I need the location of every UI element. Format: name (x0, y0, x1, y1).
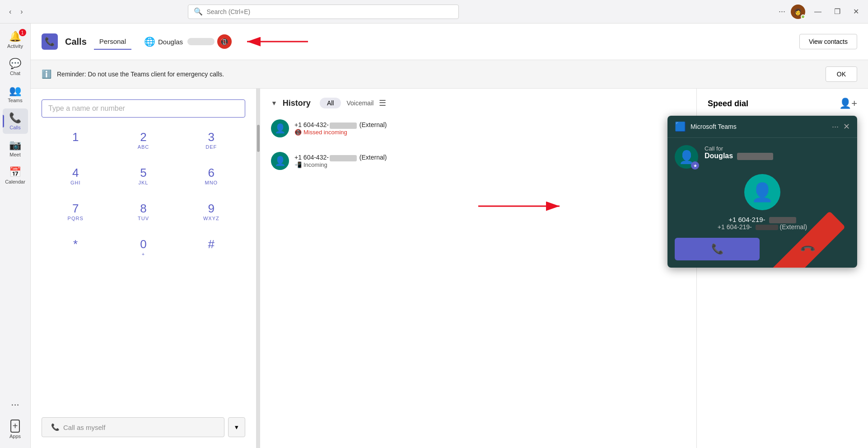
dial-key-star[interactable]: * (42, 234, 109, 260)
apps-icon: + (10, 420, 20, 433)
titlebar-nav: ‹ › (5, 6, 27, 18)
speed-dial-title: Speed dial (708, 99, 748, 108)
account-name: Douglas (158, 38, 183, 46)
call-item-2[interactable]: 👤 +1 604-432- (External) 📲 Incoming (271, 148, 686, 174)
dialpad-grid: 1 2 ABC 3 DEF 4 GHI (42, 127, 245, 260)
active-indicator (3, 115, 4, 127)
caller-avatar-2: 👤 (271, 152, 289, 170)
notification-popup: 🟦 Microsoft Teams ··· ✕ 👤 ★ Call f (667, 116, 857, 268)
globe-icon: 🌐 (144, 36, 155, 47)
speed-dial-header: Speed dial 👤+ (708, 98, 857, 109)
info-icon: ℹ️ (42, 69, 51, 79)
red-arrow-header (238, 33, 310, 51)
user-avatar[interactable]: 👩 (791, 5, 805, 19)
sidebar: 🔔 Activity 1 💬 Chat 👥 Teams 📞 Calls 📷 Me… (0, 24, 31, 448)
notif-caller-name: Douglas (705, 152, 773, 160)
notif-phone-redacted-1 (769, 217, 796, 223)
call-dropdown-button[interactable]: ▾ (228, 417, 245, 437)
sidebar-item-calls[interactable]: 📞 Calls (3, 108, 28, 134)
history-section: ▼ History All Voicemail ☰ 👤 +1 604-432- (260, 89, 696, 448)
sidebar-item-meet[interactable]: 📷 Meet (3, 136, 28, 161)
sidebar-label-chat: Chat (10, 71, 20, 76)
call-status-incoming-2: 📲 Incoming (294, 161, 686, 168)
teams-notif-icon: 🟦 (675, 121, 686, 132)
sidebar-item-apps[interactable]: + Apps (3, 416, 28, 443)
nav-forward-button[interactable]: › (17, 6, 26, 18)
add-speed-dial-button[interactable]: 👤+ (839, 98, 857, 109)
notif-answer-button[interactable]: 📞 (675, 238, 760, 260)
notif-call-info: Call for Douglas (705, 145, 773, 160)
sidebar-label-teams: Teams (8, 98, 22, 103)
sidebar-label-meet: Meet (9, 152, 20, 157)
end-call-button[interactable]: 📵 (217, 34, 232, 49)
history-speed-dial-container: ▼ History All Voicemail ☰ 👤 +1 604-432- (260, 89, 868, 448)
more-options-button[interactable]: ··· (779, 7, 785, 16)
view-contacts-button[interactable]: View contacts (799, 34, 857, 49)
notif-caller-redacted (737, 153, 773, 160)
caller-avatar-1: 👤 (271, 119, 289, 137)
chat-icon: 💬 (9, 58, 21, 70)
close-button[interactable]: ✕ (849, 5, 863, 18)
dial-key-2[interactable]: 2 ABC (109, 127, 177, 153)
sidebar-label-activity: Activity (7, 43, 23, 49)
dial-key-5[interactable]: 5 JKL (109, 162, 177, 189)
notif-call-for-label: Call for (705, 145, 773, 152)
history-header: ▼ History All Voicemail ☰ (271, 98, 686, 108)
dial-key-3[interactable]: 3 DEF (177, 127, 245, 153)
calendar-icon: 📅 (9, 166, 21, 178)
filter-icon[interactable]: ☰ (379, 98, 386, 108)
filter-voicemail-button[interactable]: Voicemail (346, 99, 373, 107)
sidebar-item-teams[interactable]: 👥 Teams (3, 81, 28, 107)
notif-body: 👤 ★ Call for Douglas 👤 (667, 138, 857, 268)
history-title: History (283, 99, 311, 108)
sidebar-item-more[interactable]: ··· (3, 395, 28, 414)
nav-back-button[interactable]: ‹ (5, 6, 15, 18)
history-collapse-button[interactable]: ▼ (271, 99, 277, 107)
red-arrow-body-container (478, 197, 569, 217)
dial-key-9[interactable]: 9 WXYZ (177, 198, 245, 225)
notif-close-button[interactable]: ✕ (843, 122, 850, 132)
sidebar-item-calendar[interactable]: 📅 Calendar (3, 163, 28, 188)
dialpad-section: 1 2 ABC 3 DEF 4 GHI (31, 89, 257, 448)
banner-ok-button[interactable]: OK (826, 66, 857, 82)
missed-icon: 📵 (294, 129, 302, 136)
notif-star: ★ (691, 161, 699, 170)
tab-account[interactable]: 🌐 Douglas 📵 (139, 29, 316, 54)
phone-icon: 📞 (51, 423, 60, 431)
notif-more-button[interactable]: ··· (832, 122, 839, 132)
red-arrow-body (478, 197, 569, 215)
scroll-divider[interactable] (257, 89, 260, 448)
search-input[interactable] (206, 8, 453, 15)
call-status-missed-1: 📵 Missed incoming (294, 129, 686, 136)
dial-key-4[interactable]: 4 GHI (42, 162, 109, 189)
dial-key-8[interactable]: 8 TUV (109, 198, 177, 225)
sidebar-item-chat[interactable]: 💬 Chat (3, 54, 28, 80)
search-bar: 🔍 (188, 5, 459, 19)
page-title: Calls (65, 37, 87, 47)
page-header: 📞 Calls Personal 🌐 Douglas 📵 Vi (31, 24, 868, 60)
sidebar-item-activity[interactable]: 🔔 Activity 1 (3, 27, 28, 52)
dial-key-6[interactable]: 6 MNO (177, 162, 245, 189)
call-item-1[interactable]: 👤 +1 604-432- (External) 📵 Missed incomi… (271, 116, 686, 141)
redacted-number-2 (330, 155, 357, 161)
sidebar-label-calls: Calls (9, 125, 20, 130)
dial-key-7[interactable]: 7 PQRS (42, 198, 109, 225)
dial-key-hash[interactable]: # (177, 234, 245, 260)
titlebar-right: ··· 👩 — ❐ ✕ (779, 5, 863, 19)
call-info-2: +1 604-432- (External) 📲 Incoming (294, 154, 686, 168)
tab-personal[interactable]: Personal (94, 34, 131, 50)
emergency-banner: ℹ️ Reminder: Do not use the Teams client… (31, 60, 868, 89)
maximize-button[interactable]: ❐ (831, 5, 844, 18)
sidebar-bottom: ··· + Apps (3, 395, 28, 448)
call-as-myself-button[interactable]: 📞 Call as myself (42, 417, 224, 437)
dial-key-1[interactable]: 1 (42, 127, 109, 153)
notif-avatar-large: 👤 (744, 174, 780, 210)
dialpad-input[interactable] (42, 99, 245, 118)
call-as-myself-label: Call as myself (63, 424, 105, 431)
calls-page-icon: 📞 (42, 33, 58, 50)
dial-key-0[interactable]: 0 + (109, 234, 177, 260)
minimize-button[interactable]: — (811, 6, 825, 18)
more-icon: ··· (11, 399, 19, 410)
banner-text: Reminder: Do not use the Teams client fo… (57, 71, 820, 78)
filter-all-button[interactable]: All (320, 98, 341, 108)
